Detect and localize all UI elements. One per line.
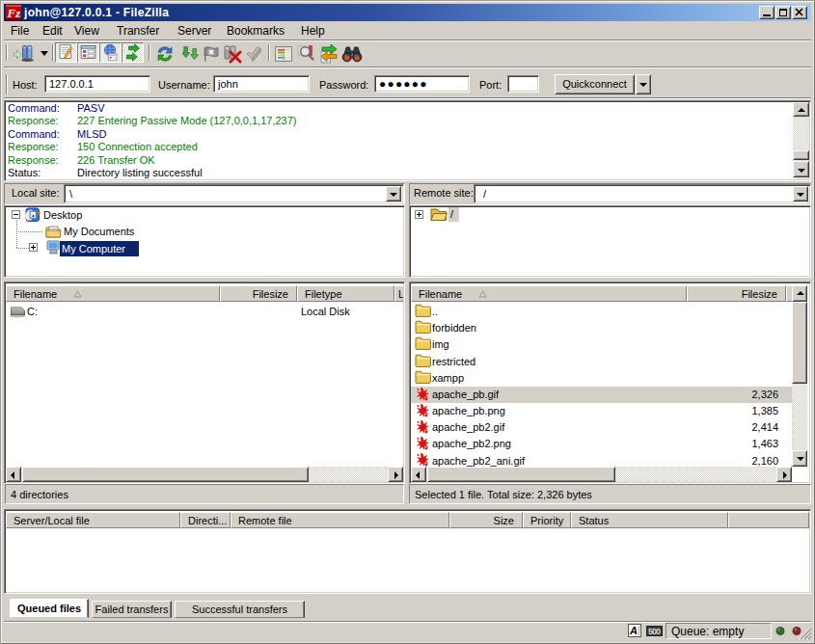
svg-text:restricted: restricted (432, 356, 475, 367)
svg-text:1,463: 1,463 (751, 438, 778, 449)
svg-text:apache_pb2.gif: apache_pb2.gif (432, 421, 505, 433)
svg-text:apache_pb.png: apache_pb.png (432, 405, 505, 416)
svg-text:xampp: xampp (432, 372, 464, 384)
svg-text:..: .. (432, 306, 438, 317)
svg-text:2,326: 2,326 (751, 389, 778, 400)
svg-text:forbidden: forbidden (432, 322, 476, 334)
svg-text:2,160: 2,160 (751, 455, 778, 467)
svg-text:Fz: Fz (7, 6, 22, 20)
svg-text:apache_pb.gif: apache_pb.gif (432, 389, 500, 400)
svg-text:apache_pb2.png: apache_pb2.png (432, 438, 511, 449)
svg-text:img: img (432, 338, 449, 350)
svg-text:2,414: 2,414 (751, 421, 778, 433)
svg-text:1,385: 1,385 (751, 405, 778, 416)
svg-text:apache_pb2_ani.gif: apache_pb2_ani.gif (432, 455, 526, 467)
